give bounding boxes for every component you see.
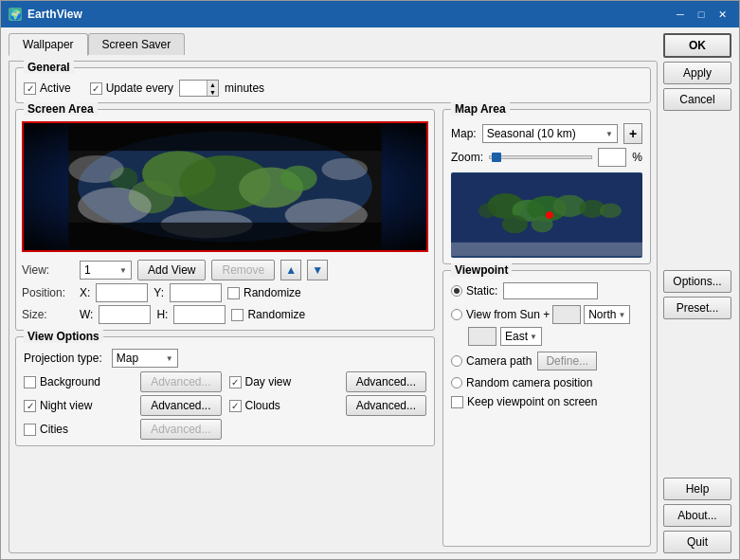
- projection-value: Map: [117, 352, 138, 365]
- static-radio[interactable]: [451, 285, 462, 297]
- zoom-input[interactable]: 1: [598, 148, 626, 167]
- camera-path-radio[interactable]: [451, 355, 462, 367]
- map-select[interactable]: Seasonal (10 km) ▼: [482, 124, 618, 143]
- nightview-checkbox-label[interactable]: Night view: [24, 399, 92, 412]
- dayview-checkbox-label[interactable]: Day view: [229, 375, 292, 388]
- dayview-label: Day view: [245, 375, 292, 388]
- clouds-checkbox-label[interactable]: Clouds: [229, 399, 280, 412]
- clouds-checkbox[interactable]: [229, 400, 242, 412]
- nightview-adv-button[interactable]: Advanced...: [140, 395, 221, 416]
- north-select[interactable]: North ▼: [584, 305, 630, 324]
- randomize-checkbox-label[interactable]: Randomize: [227, 286, 301, 299]
- cities-adv-button[interactable]: Advanced...: [140, 419, 221, 440]
- position-row: Position: X: 0 Y: 0 Randomize: [22, 283, 428, 302]
- east-select[interactable]: East ▼: [500, 327, 542, 346]
- background-checkbox[interactable]: [24, 376, 36, 388]
- projection-select[interactable]: Map ▼: [112, 349, 178, 368]
- keep-viewpoint-label: Keep viewpoint on screen: [467, 395, 597, 408]
- titlebar-controls: ─ □ ✕: [671, 7, 731, 22]
- x-label: X:: [80, 286, 90, 299]
- nightview-label: Night view: [40, 399, 92, 412]
- update-checkbox[interactable]: [90, 82, 102, 95]
- minutes-label: minutes: [225, 81, 264, 95]
- random-camera-row: Random camera position: [451, 376, 642, 389]
- add-view-button[interactable]: Add View: [137, 260, 206, 280]
- update-checkbox-label[interactable]: Update every: [90, 81, 173, 95]
- two-col-layout: Screen Area 1: [15, 109, 651, 547]
- static-coord-input[interactable]: 0.00° N 0.00° E: [503, 282, 598, 299]
- spinbox-up[interactable]: ▲: [207, 81, 218, 88]
- define-button[interactable]: Define...: [537, 352, 597, 370]
- clouds-adv-button[interactable]: Advanced...: [346, 395, 426, 416]
- cancel-button[interactable]: Cancel: [663, 88, 731, 111]
- update-row: Update every 10 ▲ ▼ minutes: [90, 80, 264, 97]
- w-input[interactable]: 1920: [99, 305, 151, 324]
- view-up-button[interactable]: ▲: [280, 260, 301, 280]
- random-camera-radio-label[interactable]: Random camera position: [451, 376, 592, 389]
- nightview-checkbox[interactable]: [24, 400, 36, 412]
- general-group: General Active Update every: [15, 67, 651, 103]
- y-input[interactable]: 0: [170, 283, 222, 302]
- east-arrow: ▼: [530, 333, 537, 341]
- east-row: 0° East ▼: [468, 327, 642, 346]
- active-checkbox-label[interactable]: Active: [24, 81, 71, 95]
- keep-viewpoint-checkbox[interactable]: [451, 396, 463, 408]
- view-select[interactable]: 1 ▼: [80, 261, 132, 280]
- zoom-slider[interactable]: [489, 155, 592, 159]
- update-value-input[interactable]: 10: [180, 81, 207, 96]
- zoom-percent: %: [632, 151, 642, 164]
- randomize-checkbox[interactable]: [227, 287, 240, 299]
- remove-button[interactable]: Remove: [211, 260, 275, 280]
- update-spinbox[interactable]: 10 ▲ ▼: [179, 80, 219, 97]
- randomize2-checkbox[interactable]: [231, 309, 244, 321]
- cities-checkbox-label[interactable]: Cities: [24, 423, 68, 436]
- map-area-title: Map Area: [451, 102, 510, 116]
- random-camera-radio[interactable]: [451, 377, 462, 388]
- svg-rect-25: [451, 243, 642, 256]
- map-area-group: Map Area Map: Seasonal (10 km) ▼ + Zo: [442, 109, 651, 264]
- keep-viewpoint-checkbox-label[interactable]: Keep viewpoint on screen: [451, 395, 597, 408]
- help-button[interactable]: Help: [663, 478, 731, 500]
- svg-rect-14: [68, 223, 381, 250]
- static-radio-label[interactable]: Static:: [451, 284, 497, 298]
- svg-point-26: [546, 211, 553, 219]
- tab-wallpaper[interactable]: Wallpaper: [9, 33, 88, 56]
- svg-point-6: [280, 166, 317, 191]
- view-down-button[interactable]: ▼: [307, 260, 328, 280]
- quit-button[interactable]: Quit: [663, 531, 731, 553]
- tab-screensaver[interactable]: Screen Saver: [88, 33, 186, 55]
- spinbox-down[interactable]: ▼: [207, 88, 218, 96]
- active-label: Active: [40, 81, 71, 95]
- zoom-slider-thumb[interactable]: [492, 153, 501, 162]
- close-button[interactable]: ✕: [713, 7, 731, 22]
- cities-checkbox[interactable]: [24, 424, 36, 436]
- random-camera-label: Random camera position: [466, 376, 592, 389]
- minimize-button[interactable]: ─: [671, 7, 690, 22]
- map-add-button[interactable]: +: [623, 123, 642, 144]
- sun-radio[interactable]: [451, 309, 462, 320]
- camera-path-radio-label[interactable]: Camera path: [451, 354, 532, 368]
- cities-label: Cities: [40, 423, 68, 436]
- active-checkbox[interactable]: [24, 82, 36, 95]
- projection-label: Projection type:: [24, 352, 102, 365]
- x-input[interactable]: 0: [96, 283, 148, 302]
- maximize-button[interactable]: □: [692, 7, 711, 22]
- sun-label: View from Sun +: [466, 308, 550, 321]
- apply-button[interactable]: Apply: [663, 62, 731, 84]
- view-value: 1: [84, 263, 91, 277]
- preset-button[interactable]: Preset...: [663, 297, 731, 319]
- options-button[interactable]: Options...: [663, 270, 731, 293]
- h-input[interactable]: 1080: [173, 305, 226, 324]
- screen-area-group: Screen Area 1: [15, 109, 435, 331]
- map-label: Map:: [451, 127, 477, 140]
- background-checkbox-label[interactable]: Background: [24, 375, 100, 388]
- right-column: Map Area Map: Seasonal (10 km) ▼ + Zo: [442, 109, 651, 547]
- background-adv-button[interactable]: Advanced...: [140, 371, 221, 392]
- ok-button[interactable]: OK: [663, 33, 731, 58]
- sun-deg-input: 0°: [552, 305, 581, 324]
- sun-radio-label[interactable]: View from Sun +: [451, 308, 550, 321]
- randomize2-checkbox-label[interactable]: Randomize: [231, 308, 305, 321]
- dayview-checkbox[interactable]: [229, 376, 242, 388]
- about-button[interactable]: About...: [663, 504, 731, 527]
- dayview-adv-button[interactable]: Advanced...: [346, 371, 426, 392]
